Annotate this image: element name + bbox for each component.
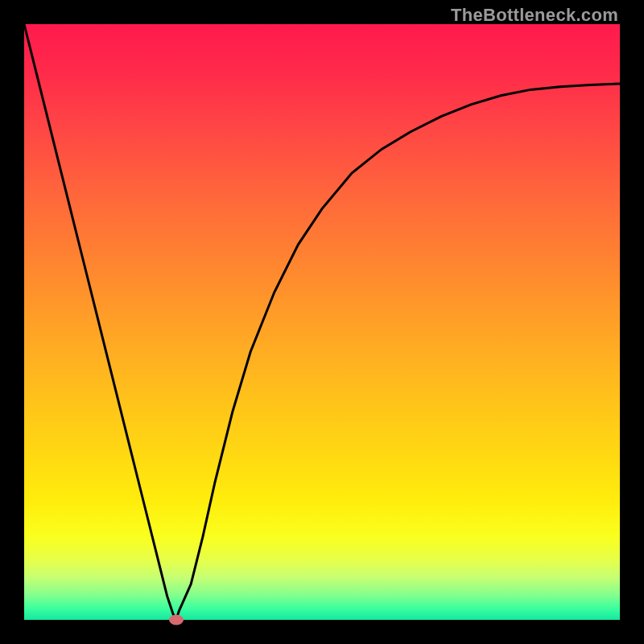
minimum-marker — [169, 615, 184, 625]
plot-area — [24, 24, 620, 620]
bottleneck-curve — [24, 24, 620, 620]
watermark-text: TheBottleneck.com — [451, 5, 618, 26]
curve-path — [24, 24, 620, 620]
chart-frame: TheBottleneck.com — [0, 0, 644, 644]
